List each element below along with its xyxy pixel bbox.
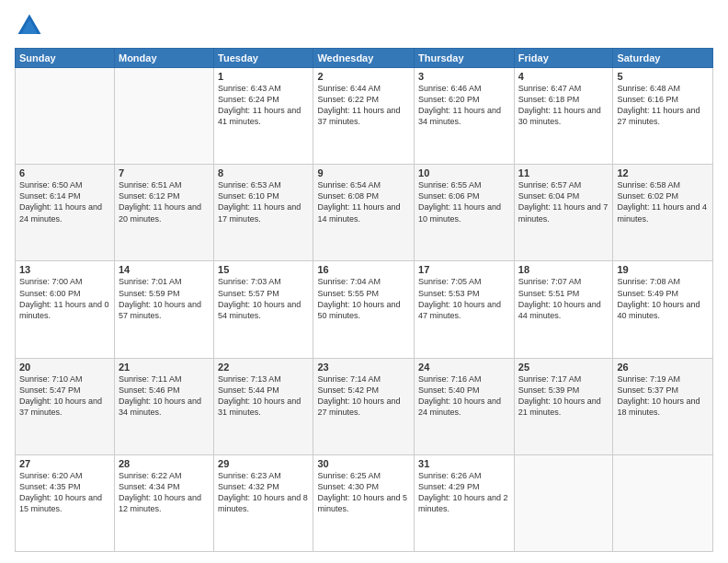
page: SundayMondayTuesdayWednesdayThursdayFrid… (0, 0, 728, 563)
cell-info: Sunrise: 7:16 AM Sunset: 5:40 PM Dayligh… (418, 373, 510, 419)
calendar: SundayMondayTuesdayWednesdayThursdayFrid… (15, 48, 713, 552)
week-row-4: 20Sunrise: 7:10 AM Sunset: 5:47 PM Dayli… (16, 358, 713, 454)
calendar-cell (613, 454, 713, 551)
cell-info: Sunrise: 6:20 AM Sunset: 4:35 PM Dayligh… (19, 470, 110, 515)
cell-info: Sunrise: 6:53 AM Sunset: 6:10 PM Dayligh… (218, 179, 309, 224)
calendar-cell: 30Sunrise: 6:25 AM Sunset: 4:30 PM Dayli… (313, 454, 415, 551)
day-number: 10 (418, 167, 510, 178)
day-number: 11 (518, 167, 609, 178)
col-header-tuesday: Tuesday (214, 49, 313, 68)
cell-info: Sunrise: 7:05 AM Sunset: 5:53 PM Dayligh… (418, 276, 510, 321)
calendar-cell (514, 454, 613, 551)
calendar-cell: 26Sunrise: 7:19 AM Sunset: 5:37 PM Dayli… (613, 358, 713, 454)
cell-info: Sunrise: 7:01 AM Sunset: 5:59 PM Dayligh… (119, 276, 210, 321)
cell-info: Sunrise: 6:46 AM Sunset: 6:20 PM Dayligh… (418, 83, 510, 128)
calendar-cell: 25Sunrise: 7:17 AM Sunset: 5:39 PM Dayli… (514, 358, 613, 454)
cell-info: Sunrise: 6:43 AM Sunset: 6:24 PM Dayligh… (218, 83, 309, 128)
day-number: 2 (317, 71, 410, 82)
day-number: 19 (617, 264, 709, 275)
day-number: 25 (518, 362, 609, 373)
cell-info: Sunrise: 7:04 AM Sunset: 5:55 PM Dayligh… (317, 276, 410, 321)
week-row-3: 13Sunrise: 7:00 AM Sunset: 6:00 PM Dayli… (16, 261, 713, 358)
calendar-cell: 23Sunrise: 7:14 AM Sunset: 5:42 PM Dayli… (313, 358, 415, 454)
calendar-cell: 11Sunrise: 6:57 AM Sunset: 6:04 PM Dayli… (514, 165, 613, 261)
cell-info: Sunrise: 6:51 AM Sunset: 6:12 PM Dayligh… (119, 179, 210, 224)
col-header-saturday: Saturday (613, 49, 713, 68)
calendar-cell: 4Sunrise: 6:47 AM Sunset: 6:18 PM Daylig… (514, 68, 613, 165)
cell-info: Sunrise: 6:50 AM Sunset: 6:14 PM Dayligh… (19, 179, 110, 224)
cell-info: Sunrise: 7:13 AM Sunset: 5:44 PM Dayligh… (218, 373, 309, 419)
cell-info: Sunrise: 7:08 AM Sunset: 5:49 PM Dayligh… (617, 276, 709, 321)
day-number: 30 (317, 458, 410, 469)
day-number: 31 (418, 458, 510, 469)
calendar-cell: 19Sunrise: 7:08 AM Sunset: 5:49 PM Dayli… (613, 261, 713, 358)
cell-info: Sunrise: 6:55 AM Sunset: 6:06 PM Dayligh… (418, 179, 510, 224)
cell-info: Sunrise: 6:44 AM Sunset: 6:22 PM Dayligh… (317, 83, 410, 128)
header (15, 11, 713, 40)
day-number: 21 (119, 362, 210, 373)
cell-info: Sunrise: 7:10 AM Sunset: 5:47 PM Dayligh… (19, 373, 110, 419)
col-header-wednesday: Wednesday (313, 49, 415, 68)
cell-info: Sunrise: 7:07 AM Sunset: 5:51 PM Dayligh… (518, 276, 609, 321)
cell-info: Sunrise: 6:54 AM Sunset: 6:08 PM Dayligh… (317, 179, 410, 224)
col-header-sunday: Sunday (16, 49, 115, 68)
day-number: 1 (218, 71, 309, 82)
col-header-thursday: Thursday (415, 49, 515, 68)
cell-info: Sunrise: 6:22 AM Sunset: 4:34 PM Dayligh… (119, 470, 210, 515)
calendar-cell: 29Sunrise: 6:23 AM Sunset: 4:32 PM Dayli… (214, 454, 313, 551)
calendar-cell: 6Sunrise: 6:50 AM Sunset: 6:14 PM Daylig… (16, 165, 115, 261)
day-number: 23 (317, 362, 410, 373)
col-header-friday: Friday (514, 49, 613, 68)
calendar-cell: 22Sunrise: 7:13 AM Sunset: 5:44 PM Dayli… (214, 358, 313, 454)
calendar-body: 1Sunrise: 6:43 AM Sunset: 6:24 PM Daylig… (16, 68, 713, 552)
day-number: 9 (317, 167, 410, 178)
cell-info: Sunrise: 7:00 AM Sunset: 6:00 PM Dayligh… (19, 276, 110, 321)
day-number: 24 (418, 362, 510, 373)
calendar-cell: 15Sunrise: 7:03 AM Sunset: 5:57 PM Dayli… (214, 261, 313, 358)
calendar-table: SundayMondayTuesdayWednesdayThursdayFrid… (15, 48, 713, 552)
calendar-cell: 20Sunrise: 7:10 AM Sunset: 5:47 PM Dayli… (16, 358, 115, 454)
calendar-cell: 8Sunrise: 6:53 AM Sunset: 6:10 PM Daylig… (214, 165, 313, 261)
week-row-5: 27Sunrise: 6:20 AM Sunset: 4:35 PM Dayli… (16, 454, 713, 551)
cell-info: Sunrise: 6:25 AM Sunset: 4:30 PM Dayligh… (317, 470, 410, 515)
day-number: 16 (317, 264, 410, 275)
cell-info: Sunrise: 6:57 AM Sunset: 6:04 PM Dayligh… (518, 179, 609, 224)
cell-info: Sunrise: 6:23 AM Sunset: 4:32 PM Dayligh… (218, 470, 309, 515)
calendar-cell: 24Sunrise: 7:16 AM Sunset: 5:40 PM Dayli… (415, 358, 515, 454)
day-number: 7 (119, 167, 210, 178)
calendar-cell (114, 68, 213, 165)
cell-info: Sunrise: 7:17 AM Sunset: 5:39 PM Dayligh… (518, 373, 609, 419)
day-number: 22 (218, 362, 309, 373)
day-number: 26 (617, 362, 709, 373)
calendar-cell: 27Sunrise: 6:20 AM Sunset: 4:35 PM Dayli… (16, 454, 115, 551)
calendar-cell: 18Sunrise: 7:07 AM Sunset: 5:51 PM Dayli… (514, 261, 613, 358)
logo-icon (15, 11, 44, 40)
day-number: 8 (218, 167, 309, 178)
calendar-cell: 28Sunrise: 6:22 AM Sunset: 4:34 PM Dayli… (114, 454, 213, 551)
calendar-cell (16, 68, 115, 165)
col-header-monday: Monday (114, 49, 213, 68)
logo (15, 11, 48, 40)
cell-info: Sunrise: 7:14 AM Sunset: 5:42 PM Dayligh… (317, 373, 410, 419)
calendar-cell: 10Sunrise: 6:55 AM Sunset: 6:06 PM Dayli… (415, 165, 515, 261)
cell-info: Sunrise: 7:11 AM Sunset: 5:46 PM Dayligh… (119, 373, 210, 419)
cell-info: Sunrise: 7:03 AM Sunset: 5:57 PM Dayligh… (218, 276, 309, 321)
day-number: 27 (19, 458, 110, 469)
week-row-1: 1Sunrise: 6:43 AM Sunset: 6:24 PM Daylig… (16, 68, 713, 165)
calendar-cell: 14Sunrise: 7:01 AM Sunset: 5:59 PM Dayli… (114, 261, 213, 358)
day-number: 4 (518, 71, 609, 82)
calendar-cell: 31Sunrise: 6:26 AM Sunset: 4:29 PM Dayli… (415, 454, 515, 551)
calendar-cell: 3Sunrise: 6:46 AM Sunset: 6:20 PM Daylig… (415, 68, 515, 165)
calendar-cell: 21Sunrise: 7:11 AM Sunset: 5:46 PM Dayli… (114, 358, 213, 454)
calendar-cell: 9Sunrise: 6:54 AM Sunset: 6:08 PM Daylig… (313, 165, 415, 261)
calendar-cell: 12Sunrise: 6:58 AM Sunset: 6:02 PM Dayli… (613, 165, 713, 261)
day-number: 12 (617, 167, 709, 178)
day-number: 18 (518, 264, 609, 275)
day-number: 17 (418, 264, 510, 275)
week-row-2: 6Sunrise: 6:50 AM Sunset: 6:14 PM Daylig… (16, 165, 713, 261)
calendar-cell: 7Sunrise: 6:51 AM Sunset: 6:12 PM Daylig… (114, 165, 213, 261)
day-number: 6 (19, 167, 110, 178)
day-number: 29 (218, 458, 309, 469)
cell-info: Sunrise: 6:26 AM Sunset: 4:29 PM Dayligh… (418, 470, 510, 515)
calendar-cell: 13Sunrise: 7:00 AM Sunset: 6:00 PM Dayli… (16, 261, 115, 358)
